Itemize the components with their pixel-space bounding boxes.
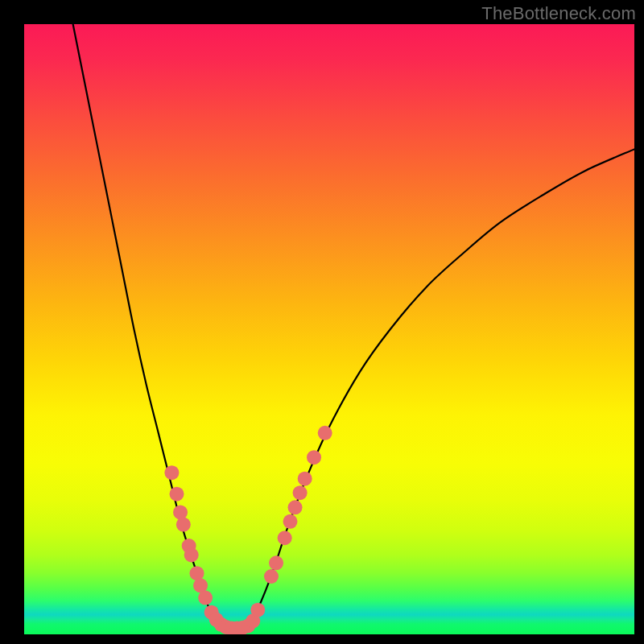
bottleneck-curve [73, 24, 634, 629]
highlight-dot [288, 500, 303, 514]
curve-layer [24, 24, 634, 634]
highlight-dots [164, 426, 332, 634]
highlight-dot [173, 505, 188, 519]
highlight-dot [184, 547, 199, 562]
highlight-dot [164, 465, 179, 480]
highlight-dot [318, 426, 332, 440]
highlight-dot [307, 450, 321, 464]
highlight-dot [264, 569, 279, 584]
highlight-dot [298, 472, 312, 486]
highlight-dot [269, 555, 283, 570]
highlight-dot [278, 530, 292, 545]
highlight-dot [176, 518, 191, 532]
highlight-dot [198, 591, 213, 605]
highlight-dot [283, 514, 297, 529]
highlight-dot [293, 485, 308, 500]
highlight-dot [250, 603, 265, 617]
highlight-dot [170, 487, 184, 502]
chart-frame: TheBottleneck.com [0, 0, 644, 644]
highlight-dot [190, 566, 204, 580]
plot-area [24, 24, 634, 634]
watermark-text: TheBottleneck.com [481, 3, 636, 24]
